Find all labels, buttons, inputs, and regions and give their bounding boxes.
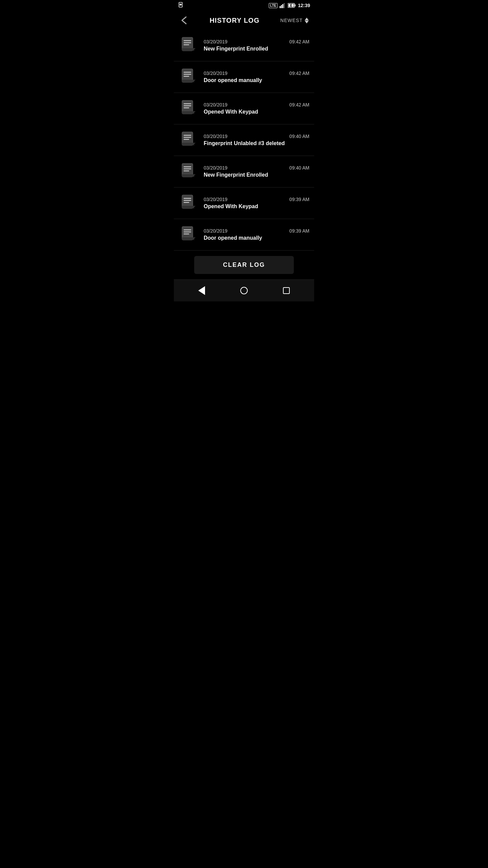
log-item-event: Opened With Keypad [204, 109, 258, 115]
svg-marker-16 [193, 48, 196, 51]
lte-badge: LTE [269, 3, 278, 8]
svg-rect-3 [281, 5, 282, 8]
sort-button[interactable]: NEWEST [280, 18, 309, 23]
status-bar: LTE 12:39 [174, 0, 314, 11]
back-button[interactable] [179, 16, 189, 25]
nav-bar [174, 279, 314, 301]
log-item-date: 03/20/2019 [204, 228, 227, 234]
log-item-time: 09:42 AM [289, 102, 309, 107]
svg-rect-7 [294, 4, 296, 6]
log-item-icon [179, 161, 199, 182]
svg-marker-52 [193, 237, 196, 240]
log-item-content: 03/20/2019 09:39 AM Door opened manually [204, 228, 309, 241]
log-item-content: 03/20/2019 09:42 AM Opened With Keypad [204, 102, 309, 115]
page-title: HISTORY LOG [209, 17, 259, 24]
svg-rect-1 [180, 4, 182, 5]
log-item-icon [179, 193, 199, 213]
log-item-time: 09:42 AM [289, 71, 309, 76]
clear-log-button[interactable]: CLEAR LOG [194, 256, 294, 274]
log-item-time: 09:39 AM [289, 197, 309, 202]
status-time: 12:39 [298, 3, 310, 8]
svg-rect-2 [280, 6, 281, 8]
nav-back-button[interactable] [193, 284, 210, 297]
log-item-time: 09:42 AM [289, 39, 309, 44]
log-item-event: Door opened manually [204, 77, 262, 83]
nav-home-icon [240, 287, 248, 294]
header: HISTORY LOG NEWEST [174, 11, 314, 30]
log-item[interactable]: 03/20/2019 09:39 AM Opened With Keypad [174, 188, 314, 219]
log-item-time: 09:40 AM [289, 134, 309, 139]
log-item[interactable]: 03/20/2019 09:42 AM Opened With Keypad [174, 93, 314, 124]
nav-recent-button[interactable] [278, 284, 295, 297]
log-list: 03/20/2019 09:42 AM New Fingerprint Enro… [174, 30, 314, 251]
sort-icon [305, 18, 309, 23]
svg-rect-5 [284, 3, 285, 8]
log-item-event: Door opened manually [204, 235, 262, 241]
svg-marker-34 [193, 143, 196, 145]
log-item-date: 03/20/2019 [204, 102, 227, 107]
clear-log-container: CLEAR LOG [174, 251, 314, 279]
svg-rect-4 [282, 4, 283, 8]
log-item-date: 03/20/2019 [204, 71, 227, 76]
log-item-content: 03/20/2019 09:42 AM Door opened manually [204, 71, 309, 83]
log-item[interactable]: 03/20/2019 09:39 AM Door opened manually [174, 219, 314, 251]
log-item-icon [179, 67, 199, 87]
log-item-content: 03/20/2019 09:40 AM Fingerprint Unlabled… [204, 134, 309, 146]
sort-label: NEWEST [280, 18, 303, 23]
log-item-content: 03/20/2019 09:42 AM New Fingerprint Enro… [204, 39, 309, 52]
log-item-icon [179, 130, 199, 150]
log-item-event: Fingerprint Unlabled #3 deleted [204, 140, 285, 146]
log-item-event: New Fingerprint Enrolled [204, 172, 268, 178]
log-item-date: 03/20/2019 [204, 39, 227, 44]
log-item-icon [179, 98, 199, 119]
log-item-event: New Fingerprint Enrolled [204, 46, 268, 52]
log-item-content: 03/20/2019 09:39 AM Opened With Keypad [204, 197, 309, 210]
sim-icon [178, 2, 183, 9]
log-item-time: 09:40 AM [289, 165, 309, 171]
log-item-date: 03/20/2019 [204, 197, 227, 202]
log-item[interactable]: 03/20/2019 09:40 AM New Fingerprint Enro… [174, 156, 314, 188]
log-item-date: 03/20/2019 [204, 134, 227, 139]
svg-marker-28 [193, 111, 196, 114]
log-item-time: 09:39 AM [289, 228, 309, 234]
log-item[interactable]: 03/20/2019 09:42 AM Door opened manually [174, 61, 314, 93]
log-item-event: Opened With Keypad [204, 203, 258, 209]
svg-marker-22 [193, 80, 196, 82]
nav-back-icon [198, 286, 205, 295]
svg-marker-46 [193, 206, 196, 209]
log-item-icon [179, 224, 199, 245]
battery-icon [288, 3, 296, 8]
log-item-date: 03/20/2019 [204, 165, 227, 171]
log-item[interactable]: 03/20/2019 09:42 AM New Fingerprint Enro… [174, 30, 314, 61]
signal-icon [280, 3, 286, 8]
svg-marker-40 [193, 174, 196, 177]
nav-recent-icon [283, 287, 290, 294]
log-item-content: 03/20/2019 09:40 AM New Fingerprint Enro… [204, 165, 309, 178]
log-item[interactable]: 03/20/2019 09:40 AM Fingerprint Unlabled… [174, 124, 314, 156]
nav-home-button[interactable] [236, 284, 252, 297]
log-item-icon [179, 35, 199, 56]
